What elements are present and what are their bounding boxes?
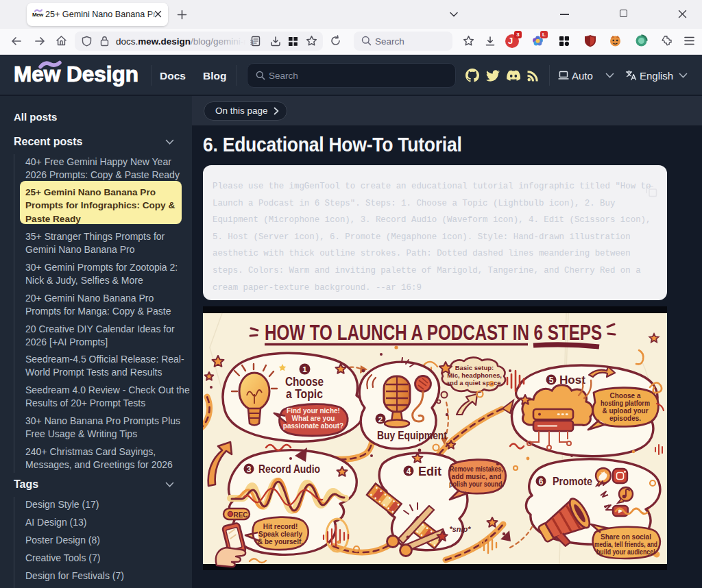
svg-text:hosting platform: hosting platform: [601, 400, 650, 407]
svg-text:HOW TO LAUNCH A PODCAST IN 6 S: HOW TO LAUNCH A PODCAST IN 6 STEPS: [265, 320, 602, 345]
svg-text:add music, and: add music, and: [452, 473, 502, 480]
svg-text:4: 4: [407, 467, 411, 476]
svg-text:Choose a: Choose a: [609, 392, 640, 400]
svg-text:3: 3: [247, 465, 252, 474]
svg-text:Basic setup:: Basic setup:: [455, 364, 494, 371]
svg-text:passionate about?: passionate about?: [283, 422, 343, 430]
svg-text:*snip*: *snip*: [449, 525, 471, 533]
svg-text:2: 2: [378, 415, 383, 424]
svg-text:Share on social: Share on social: [601, 533, 651, 541]
svg-text:1: 1: [302, 365, 307, 373]
svg-text:polish your sound.: polish your sound.: [449, 480, 504, 488]
svg-text:6: 6: [539, 477, 544, 487]
svg-text:Record Audio: Record Audio: [258, 463, 320, 476]
svg-text:Promote: Promote: [553, 475, 592, 488]
svg-text:and a quiet space.: and a quiet space.: [446, 379, 503, 387]
svg-text:Edit: Edit: [418, 465, 441, 478]
svg-text:& upload your: & upload your: [602, 407, 648, 415]
svg-text:build your audience!: build your audience!: [596, 548, 655, 556]
svg-text:REC: REC: [233, 511, 247, 519]
svg-text:episodes.: episodes.: [609, 415, 641, 422]
svg-text:Find your niche!: Find your niche!: [287, 407, 340, 415]
svg-text:Choose: Choose: [285, 375, 324, 389]
svg-text:Remove mistakes,: Remove mistakes,: [450, 465, 503, 473]
svg-text:media, tell friends, and: media, tell friends, and: [594, 541, 657, 548]
svg-text:a Topic: a Topic: [286, 387, 323, 401]
svg-text:Hit record!: Hit record!: [263, 523, 298, 530]
svg-text:Mic, headphones,: Mic, headphones,: [447, 371, 502, 379]
svg-text:& be yourself.: & be yourself.: [258, 538, 303, 546]
svg-text:5: 5: [549, 376, 554, 385]
svg-text:Speak clearly: Speak clearly: [258, 530, 302, 538]
svg-text:Buy Equipment: Buy Equipment: [377, 429, 447, 442]
svg-text:What are you: What are you: [292, 415, 335, 422]
